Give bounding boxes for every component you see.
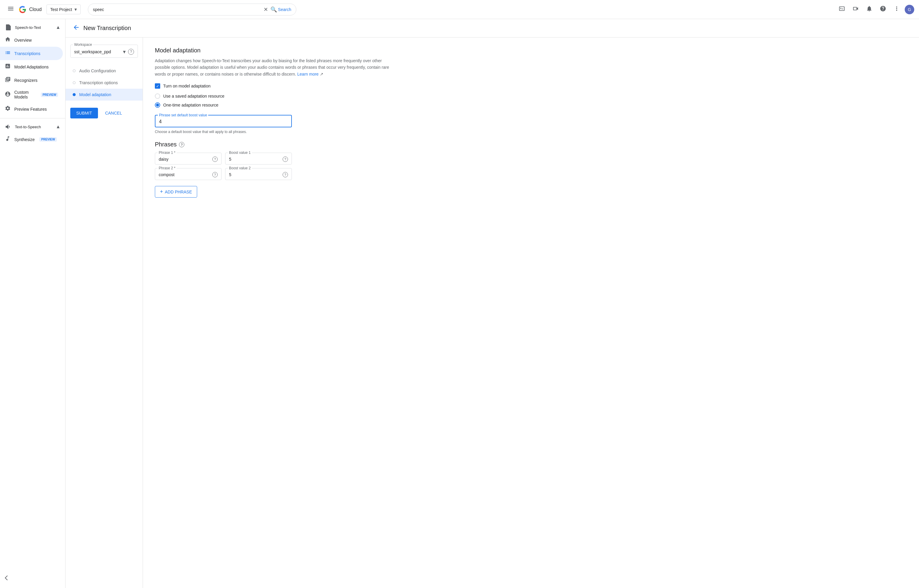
boost-2-input-row: ?	[229, 172, 288, 177]
google-cloud-logo[interactable]: Cloud	[19, 6, 42, 13]
sidebar-item-recognizers[interactable]: Recognizers	[0, 73, 63, 87]
search-input[interactable]	[93, 7, 264, 12]
workspace-value: sst_workspace_ppd	[74, 49, 111, 54]
synthesize-label: Synthesize	[14, 137, 34, 142]
model-adaptations-icon	[5, 63, 11, 71]
text-to-speech-section[interactable]: Text-to-Speech ▲	[0, 121, 65, 133]
one-time-label: One-time adaptation resource	[163, 103, 218, 107]
content-area: Workspace sst_workspace_ppd ▾ ? Audio Co…	[65, 37, 919, 588]
hamburger-icon[interactable]	[5, 3, 17, 16]
step-bullet-model	[73, 93, 76, 96]
boost-1-label: Boost value 1	[228, 150, 252, 155]
clear-search-icon[interactable]: ✕	[264, 6, 268, 13]
learn-more-link[interactable]: Learn more	[297, 72, 319, 76]
more-icon[interactable]	[891, 3, 902, 16]
text-to-speech-collapse-icon[interactable]: ▲	[56, 124, 60, 129]
model-adaptation-title: Model adaptation	[155, 47, 907, 54]
overview-label: Overview	[14, 38, 32, 42]
phrase-1-help-icon[interactable]: ?	[212, 157, 218, 162]
step-bullet-audio	[73, 69, 76, 72]
phrases-help-icon[interactable]: ?	[179, 142, 184, 147]
synthesize-icon	[5, 136, 11, 143]
sidebar-item-model-adaptations[interactable]: Model Adaptations	[0, 60, 63, 73]
one-time-radio-inner	[156, 103, 159, 107]
workspace-selector: Workspace sst_workspace_ppd ▾ ?	[70, 45, 138, 58]
workspace-help-icon[interactable]: ?	[128, 49, 134, 55]
add-phrase-label: ADD PHRASE	[165, 189, 192, 194]
phrase-2-input-row: ?	[159, 172, 218, 177]
phrase-2-input[interactable]	[159, 172, 212, 177]
model-adaptation-step-label: Model adaptation	[79, 92, 111, 97]
help-icon[interactable]	[877, 3, 889, 16]
bell-icon[interactable]	[864, 3, 875, 16]
main-content: New Transcription Workspace sst_workspac…	[65, 19, 919, 588]
workspace-chevron-icon[interactable]: ▾	[123, 48, 126, 55]
recognizers-icon	[5, 76, 11, 84]
wizard-step-audio-config[interactable]: Audio Configuration	[65, 65, 143, 77]
boost-2-help-icon[interactable]: ?	[283, 172, 288, 177]
synthesize-preview-badge: PREVIEW	[39, 137, 57, 142]
turn-on-row: ✓ Turn on model adaptation	[155, 83, 907, 89]
video-icon[interactable]	[850, 3, 861, 16]
topbar: Cloud Test Project ▾ ✕ 🔍 Search	[0, 0, 919, 19]
one-time-radio-row[interactable]: One-time adaptation resource	[155, 102, 907, 108]
sidebar-item-transcriptions[interactable]: Transcriptions	[0, 47, 63, 60]
phrase-2-field: Phrase 2 * ?	[155, 168, 222, 180]
transcriptions-icon	[5, 50, 11, 57]
boost-1-help-icon[interactable]: ?	[283, 157, 288, 162]
project-selector[interactable]: Test Project ▾	[47, 5, 81, 14]
phrases-title: Phrases ?	[155, 141, 907, 148]
model-adaptations-label: Model Adaptations	[14, 65, 49, 69]
boost-field: Phrase set default boost value	[155, 115, 292, 128]
model-adaptation-description: Adaptation changes how Speech-to-Text tr…	[155, 57, 393, 78]
search-button[interactable]: 🔍 Search	[271, 6, 291, 13]
submit-button[interactable]: SUBMIT	[70, 108, 98, 118]
sidebar-divider	[0, 118, 65, 118]
turn-on-checkbox[interactable]: ✓	[155, 83, 160, 89]
phrase-1-input-row: ?	[159, 157, 218, 162]
phrase-2-help-icon[interactable]: ?	[212, 172, 218, 177]
add-phrase-button[interactable]: + ADD PHRASE	[155, 186, 197, 197]
text-to-speech-label: Text-to-Speech	[15, 125, 41, 129]
transcriptions-label: Transcriptions	[14, 51, 40, 56]
boost-field-label: Phrase set default boost value	[158, 113, 208, 117]
avatar[interactable]: G	[905, 5, 914, 14]
terminal-icon[interactable]	[836, 3, 848, 16]
back-button[interactable]	[73, 24, 80, 32]
add-icon: +	[160, 189, 163, 195]
use-saved-radio-row[interactable]: Use a saved adaptation resource	[155, 94, 907, 99]
phrase-2-label: Phrase 2 *	[157, 166, 177, 170]
sidebar-collapse-button[interactable]	[0, 572, 65, 583]
turn-on-label: Turn on model adaptation	[163, 84, 211, 88]
transcription-options-label: Transcription options	[79, 80, 118, 85]
page-title: New Transcription	[83, 25, 131, 32]
sidebar: Speech-to-Text ▲ Overview Transcriptions…	[0, 19, 65, 588]
cancel-button[interactable]: CANCEL	[100, 108, 127, 118]
check-mark-icon: ✓	[156, 84, 159, 88]
sidebar-item-preview-features[interactable]: Preview Features	[0, 102, 63, 116]
wizard-step-model-adaptation[interactable]: Model adaptation	[65, 89, 143, 100]
boost-2-input[interactable]	[229, 172, 283, 177]
phrase-1-input[interactable]	[159, 157, 212, 162]
sidebar-item-custom-models[interactable]: Custom Models PREVIEW	[0, 87, 63, 102]
preview-features-label: Preview Features	[14, 107, 47, 111]
app-body: Speech-to-Text ▲ Overview Transcriptions…	[0, 19, 919, 588]
wizard-panel: Workspace sst_workspace_ppd ▾ ? Audio Co…	[65, 37, 143, 588]
custom-models-label: Custom Models	[14, 90, 36, 99]
wizard-steps: Audio Configuration Transcription option…	[65, 65, 143, 100]
sidebar-item-overview[interactable]: Overview	[0, 33, 63, 47]
phrases-grid: Phrase 1 * ? Boost value 1 ?	[155, 153, 292, 180]
boost-1-input[interactable]	[229, 157, 283, 162]
boost-1-field: Boost value 1 ?	[225, 153, 292, 165]
speech-to-text-section[interactable]: Speech-to-Text ▲	[0, 21, 65, 33]
workspace-select-row: sst_workspace_ppd ▾ ?	[74, 48, 134, 55]
use-saved-radio[interactable]	[155, 94, 160, 99]
boost-1-input-row: ?	[229, 157, 288, 162]
phrase-1-label: Phrase 1 *	[157, 150, 177, 155]
search-icon: 🔍	[271, 6, 277, 13]
boost-input[interactable]	[159, 119, 288, 124]
speech-to-text-collapse-icon[interactable]: ▲	[56, 25, 60, 30]
one-time-radio[interactable]	[155, 102, 160, 108]
sidebar-item-synthesize[interactable]: Synthesize PREVIEW	[0, 133, 63, 146]
wizard-step-transcription-options[interactable]: Transcription options	[65, 77, 143, 89]
